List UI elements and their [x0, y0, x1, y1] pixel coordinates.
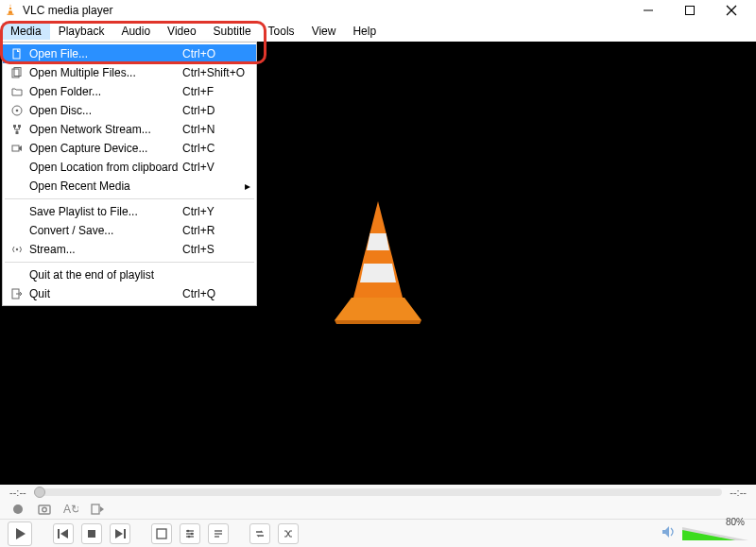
menu-item-open-folder[interactable]: Open Folder...Ctrl+F [3, 82, 256, 101]
menu-playback[interactable]: Playback [50, 23, 113, 40]
disc-icon [9, 105, 26, 116]
window-title: VLC media player [23, 4, 112, 17]
menu-item-shortcut: Ctrl+R [182, 224, 250, 237]
menu-item-shortcut: Ctrl+F [182, 85, 250, 98]
svg-marker-34 [115, 529, 123, 538]
menubar: Media Playback Audio Video Subtitle Tool… [0, 21, 756, 42]
menu-item-open-multiple-files[interactable]: Open Multiple Files...Ctrl+Shift+O [3, 63, 256, 82]
svg-rect-31 [58, 529, 60, 538]
close-button[interactable] [711, 0, 752, 21]
extended-settings-button[interactable] [180, 523, 200, 544]
menu-item-label: Open Location from clipboard [26, 161, 182, 174]
svg-rect-25 [39, 505, 50, 514]
menu-item-convert-save[interactable]: Convert / Save...Ctrl+R [3, 221, 256, 240]
snapshot-button[interactable] [36, 501, 53, 518]
svg-rect-1 [9, 6, 11, 7]
loop-button[interactable] [249, 523, 270, 544]
menu-item-shortcut: Ctrl+N [182, 123, 250, 136]
svg-rect-35 [124, 529, 126, 538]
menu-item-open-disc[interactable]: Open Disc...Ctrl+D [3, 101, 256, 120]
play-button[interactable] [8, 521, 32, 546]
menu-item-label: Quit at the end of playlist [26, 268, 182, 282]
menu-item-quit-at-the-end-of-playlist[interactable]: Quit at the end of playlist [3, 265, 256, 284]
files-icon [9, 67, 26, 78]
menu-tools[interactable]: Tools [260, 23, 303, 40]
submenu-arrow-icon: ▸ [239, 179, 250, 193]
menu-item-label: Save Playlist to File... [26, 205, 182, 218]
svg-point-24 [13, 504, 23, 514]
cap-icon [9, 143, 26, 154]
menu-item-label: Convert / Save... [26, 224, 182, 237]
svg-rect-36 [157, 529, 166, 538]
menu-audio[interactable]: Audio [112, 23, 159, 40]
playlist-button[interactable] [208, 523, 229, 544]
toolbar-secondary: A↻B [0, 500, 756, 519]
svg-point-17 [16, 248, 18, 250]
menu-view[interactable]: View [303, 23, 345, 40]
menu-item-open-capture-device[interactable]: Open Capture Device...Ctrl+C [3, 139, 256, 158]
svg-rect-28 [92, 504, 99, 514]
minimize-button[interactable] [627, 0, 669, 21]
shuffle-button[interactable] [278, 523, 299, 544]
volume-percent: 80% [726, 517, 745, 527]
net-icon [9, 124, 26, 135]
menu-item-open-recent-media[interactable]: Open Recent Media▸ [3, 177, 256, 196]
menu-item-shortcut: Ctrl+Y [182, 205, 250, 218]
fullscreen-button[interactable] [151, 523, 172, 544]
svg-point-42 [188, 535, 191, 538]
prev-button[interactable] [53, 523, 74, 544]
vlc-cone-logo [321, 196, 435, 331]
menu-item-label: Open Capture Device... [26, 142, 182, 155]
svg-rect-0 [8, 13, 14, 14]
svg-marker-23 [335, 320, 421, 324]
svg-marker-32 [60, 529, 68, 538]
menu-item-label: Open File... [26, 47, 182, 60]
menu-item-label: Quit [26, 287, 182, 300]
frame-step-button[interactable] [89, 501, 106, 518]
menu-subtitle[interactable]: Subtitle [205, 23, 260, 40]
menu-item-quit[interactable]: QuitCtrl+Q [3, 284, 256, 303]
loop-ab-button[interactable]: A↻B [62, 501, 79, 518]
menu-help[interactable]: Help [344, 23, 385, 40]
media-dropdown: Open File...Ctrl+OOpen Multiple Files...… [2, 42, 257, 306]
menu-item-shortcut: Ctrl+D [182, 104, 250, 117]
menu-item-save-playlist-to-file[interactable]: Save Playlist to File...Ctrl+Y [3, 202, 256, 221]
menu-item-open-location-from-clipboard[interactable]: Open Location from clipboardCtrl+V [3, 158, 256, 177]
svg-marker-22 [335, 298, 421, 320]
menu-item-open-file[interactable]: Open File...Ctrl+O [3, 44, 256, 63]
menu-item-shortcut: Ctrl+S [182, 243, 250, 256]
menu-item-label: Open Multiple Files... [26, 66, 182, 79]
menu-item-label: Open Network Stream... [26, 123, 182, 136]
speaker-icon[interactable] [662, 525, 677, 541]
menu-item-label: Open Recent Media [26, 179, 171, 193]
menu-item-shortcut: Ctrl+Shift+O [182, 66, 250, 79]
menu-item-stream[interactable]: Stream...Ctrl+S [3, 240, 256, 259]
stop-button[interactable] [81, 523, 102, 544]
menu-item-label: Open Disc... [26, 104, 182, 117]
next-button[interactable] [110, 523, 130, 544]
volume-control[interactable]: 80% [662, 525, 748, 541]
svg-rect-12 [13, 125, 16, 128]
toolbar-playback: 80% [0, 519, 756, 547]
seek-track[interactable] [34, 488, 723, 496]
svg-rect-15 [12, 145, 19, 151]
svg-point-40 [187, 529, 190, 532]
volume-slider[interactable]: 80% [682, 527, 748, 540]
menu-media[interactable]: Media [2, 23, 50, 40]
menu-item-label: Stream... [26, 243, 182, 256]
seek-knob[interactable] [34, 487, 45, 498]
menu-video[interactable]: Video [159, 23, 204, 40]
svg-marker-46 [662, 526, 669, 538]
record-button[interactable] [9, 501, 26, 518]
folder-icon [9, 86, 26, 97]
maximize-button[interactable] [669, 0, 711, 21]
menu-item-open-network-stream[interactable]: Open Network Stream...Ctrl+N [3, 120, 256, 139]
file-icon [9, 48, 26, 60]
svg-marker-21 [360, 264, 396, 282]
svg-rect-33 [88, 530, 95, 538]
svg-rect-13 [18, 125, 21, 128]
svg-marker-29 [100, 506, 104, 512]
svg-marker-30 [16, 528, 26, 539]
titlebar: VLC media player [0, 0, 756, 21]
stream-icon [9, 244, 26, 255]
